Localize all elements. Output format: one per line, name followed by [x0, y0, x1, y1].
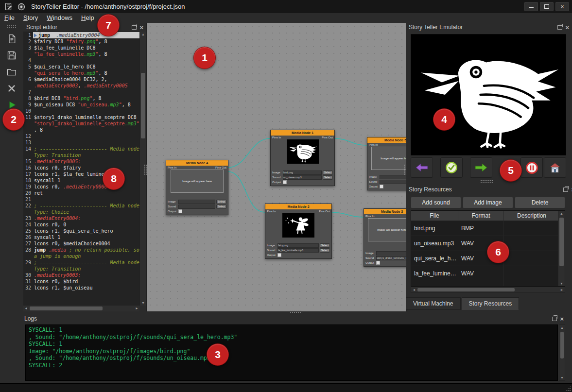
graph-node[interactable]: Media Node 5 Pins InPins Out Image will … — [367, 137, 407, 190]
table-row[interactable]: la_fee_lumine…WAV — [411, 266, 559, 281]
scrollbar-thumb[interactable] — [417, 288, 515, 291]
menu-story[interactable]: Story — [19, 13, 42, 23]
code-line[interactable]: 7 — [23, 89, 139, 95]
scroll-right-icon[interactable]: ► — [559, 287, 565, 293]
table-column-header[interactable]: File — [411, 211, 458, 221]
code-line[interactable]: 1jump .mediaEntry0004 — [23, 32, 139, 38]
code-line[interactable]: 28jump .media ; no return possible, so a… — [23, 247, 139, 259]
home-button[interactable] — [544, 157, 566, 178]
node-select-button[interactable]: Select — [216, 205, 226, 209]
code-line[interactable]: 26syscall 1 — [23, 234, 139, 240]
menu-file[interactable]: File — [0, 13, 19, 23]
node-title[interactable]: Media Node 1 — [271, 130, 334, 136]
splitter-handle[interactable] — [403, 164, 406, 175]
pause-button[interactable] — [520, 157, 543, 178]
graph-node[interactable]: Media Node 1 Pins InPins Out Image bird.… — [270, 130, 335, 186]
undock-icon[interactable] — [552, 317, 557, 321]
open-project-button[interactable] — [4, 65, 19, 79]
node-title[interactable]: Media Node 2 — [265, 204, 331, 209]
close-icon[interactable]: × — [565, 24, 569, 31]
scrollbar-thumb[interactable] — [559, 218, 564, 266]
minimize-button[interactable] — [524, 2, 538, 11]
scroll-down-icon[interactable]: ▼ — [558, 281, 565, 286]
close-icon[interactable]: × — [560, 316, 564, 322]
splitter-handle[interactable] — [144, 164, 147, 175]
graph-node[interactable]: Media Node 2 Pins InPins Out Image fairy… — [265, 204, 332, 259]
node-output-checkbox[interactable] — [380, 185, 383, 188]
code-line[interactable]: 2$fairy DC8 "fairy.png", 8 — [23, 38, 139, 45]
next-button[interactable] — [470, 157, 492, 178]
code-line[interactable]: 5$qui_sera_le_hero DC8 "qui_sera_le_hero… — [23, 64, 139, 76]
close-icon[interactable]: × — [139, 24, 143, 31]
close-button[interactable]: × — [555, 2, 569, 11]
scroll-down-icon[interactable]: ▼ — [559, 375, 565, 380]
node-select-button[interactable]: Select — [323, 175, 333, 180]
table-horizontal-scrollbar[interactable]: ◄ ► — [411, 287, 565, 293]
undock-icon[interactable] — [132, 25, 137, 30]
code-line[interactable]: 23.mediaEntry0004: — [23, 215, 139, 222]
scroll-right-icon[interactable]: ► — [134, 306, 139, 311]
node-select-button[interactable]: Select — [323, 170, 333, 175]
add-image-button[interactable]: Add image — [463, 197, 513, 208]
graph-node[interactable]: Media Node 3 Pins InPins Out Image will … — [364, 208, 407, 267]
logs-vertical-scrollbar[interactable]: ▲ ▼ — [559, 324, 565, 381]
delete-resource-button[interactable]: Delete — [515, 197, 565, 208]
node-output-checkbox[interactable] — [178, 209, 182, 213]
close-project-button[interactable] — [4, 82, 19, 95]
node-title[interactable]: Media Node 3 — [364, 209, 407, 214]
save-button[interactable] — [4, 49, 19, 62]
code-line[interactable]: 31lcons r0, $bird — [23, 278, 139, 285]
tab-virtual-machine[interactable]: Virtual Machine — [406, 297, 461, 310]
node-output-checkbox[interactable] — [277, 253, 281, 257]
table-row[interactable]: qui_sera_le_h…WAV — [411, 251, 559, 266]
node-output-checkbox[interactable] — [376, 261, 380, 265]
scroll-up-icon[interactable]: ▲ — [140, 32, 146, 37]
scrollbar-thumb[interactable] — [560, 332, 564, 358]
scrollbar-thumb[interactable] — [30, 307, 103, 310]
node-graph-canvas[interactable]: Media Node 4 Pins InPins Out Image will … — [146, 23, 407, 311]
maximize-button[interactable] — [540, 2, 554, 11]
undock-icon[interactable] — [557, 25, 562, 30]
editor-horizontal-scrollbar[interactable]: ◄ ► — [23, 305, 139, 311]
scroll-up-icon[interactable]: ▲ — [558, 211, 565, 216]
graph-node[interactable]: Media Node 4 Pins InPins Out Image will … — [166, 160, 228, 215]
code-line[interactable]: 30.mediaEntry0003: — [23, 272, 139, 278]
node-title[interactable]: Media Node 4 — [166, 160, 228, 166]
code-line[interactable]: 9$un_oiseau DC8 "un_oiseau.mp3", 8 — [23, 102, 139, 108]
code-line[interactable]: 14; ----------------------- Media node T… — [23, 146, 139, 158]
node-title[interactable]: Media Node 5 — [367, 137, 407, 143]
table-vertical-scrollbar[interactable]: ▲ ▼ — [558, 211, 565, 286]
node-select-button[interactable]: Select — [216, 200, 226, 204]
new-script-button[interactable] — [4, 32, 19, 46]
code-line[interactable]: 16lcons r0, $fairy — [23, 165, 139, 171]
code-line[interactable]: 29; ----------------------- Media node T… — [23, 259, 139, 272]
add-sound-button[interactable]: Add sound — [411, 197, 461, 208]
previous-button[interactable] — [411, 157, 433, 178]
code-line[interactable]: 6$mediaChoice0004 DC32, 2, .mediaEntry00… — [23, 76, 139, 89]
resize-grip[interactable] — [565, 386, 571, 392]
panel-grip[interactable] — [480, 180, 493, 183]
code-line[interactable]: 10 — [23, 108, 139, 114]
scroll-up-icon[interactable]: ▲ — [559, 325, 565, 330]
table-row[interactable]: un_oiseau.mp3WAV — [411, 236, 559, 251]
table-column-header[interactable]: Description — [504, 211, 559, 221]
node-select-button[interactable]: Select — [320, 248, 330, 253]
code-line[interactable]: 27lcons r0, $mediaChoice0004 — [23, 240, 139, 247]
code-line[interactable]: 32lcons r1, $un_oiseau — [23, 285, 139, 291]
table-row[interactable]: fairy.pngBMP — [411, 281, 559, 287]
code-line[interactable]: 4 — [23, 57, 139, 64]
splitter-handle[interactable] — [290, 310, 302, 313]
table-column-header[interactable]: Format — [458, 211, 504, 221]
code-line[interactable]: 15.mediaEntry0005: — [23, 158, 139, 165]
undock-icon[interactable] — [563, 187, 568, 192]
tab-story-resources[interactable]: Story Resources — [462, 297, 520, 310]
code-line[interactable]: 24lcons r0, 0 — [23, 222, 139, 228]
code-line[interactable]: 11$story1_drako_luminelle_sceptre DC8 "s… — [23, 114, 139, 133]
code-line[interactable]: 20ret — [23, 190, 139, 196]
node-output-checkbox[interactable] — [283, 180, 287, 184]
node-select-button[interactable]: Select — [320, 243, 330, 248]
code-editor[interactable]: 1jump .mediaEntry00042$fairy DC8 "fairy.… — [23, 32, 139, 306]
code-line[interactable]: 3$la_fee_luminelle DC8 "la_fee_luminelle… — [23, 45, 139, 57]
code-line[interactable]: 22; ----------------------- Media node T… — [23, 203, 139, 215]
table-row[interactable]: bird.pngBMP — [411, 221, 559, 236]
